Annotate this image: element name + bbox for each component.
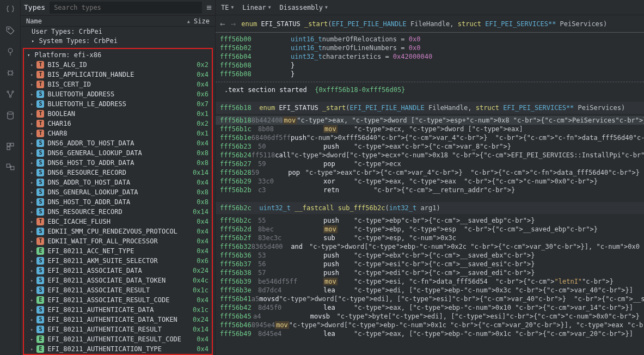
- function-signature: enum EFI_STATUS _start(EFI_PEI_FILE_HAND…: [241, 20, 640, 28]
- kind-badge: S: [36, 267, 44, 274]
- type-row[interactable]: ▸TBIS_ALG_ID0x2: [24, 60, 212, 70]
- type-row[interactable]: ▸TBIS_APPLICATION_HANDLE0x4: [24, 70, 212, 79]
- svg-point-6: [7, 112, 13, 114]
- disassembly-panel: TE▼ Linear▼ Disassembly▼ ← → enum EFI_ST…: [216, 0, 644, 355]
- asm-line[interactable]: fff56b2f83ec3csub"c-type">esp, "c-num">0…: [216, 234, 644, 242]
- type-row[interactable]: ▸SDNS_ADDR_TO_HOST_DATA0x4: [24, 178, 212, 187]
- type-row[interactable]: ▸SDNS6_HOST_TO_ADDR_DATA0x8: [24, 158, 212, 168]
- code-line[interactable]: fff56b04uint32_t characteristics = 0x420…: [216, 52, 644, 61]
- asm-line[interactable]: fff56b2bc3retn "c-br">{"c-cm">__return_a…: [216, 186, 644, 194]
- pin-icon[interactable]: [5, 47, 15, 58]
- asm-line[interactable]: fff56b2d8becmov"c-type">ebp, "c-type">es…: [216, 225, 644, 234]
- tag-icon[interactable]: [5, 26, 15, 37]
- blocks-icon[interactable]: [5, 163, 15, 174]
- db-icon[interactable]: [5, 111, 15, 122]
- asm-line[interactable]: fff56b3756push"c-type">esi "c-br">{"c-cm…: [216, 260, 644, 268]
- view-selector[interactable]: TE▼: [221, 4, 234, 11]
- type-row[interactable]: ▸SDNS6_RESOURCE_RECORD0x14: [24, 168, 212, 178]
- col-size[interactable]: Size: [194, 17, 210, 25]
- type-row[interactable]: ▸SDNS_GENERAL_LOOKUP_DATA0x8: [24, 187, 212, 197]
- type-row[interactable]: ▸TBIS_CERT_ID0x4: [24, 79, 212, 89]
- code-line[interactable]: fff56b00uint16_t numberOfRelocations = 0…: [216, 35, 644, 44]
- platform-group-highlight: ▾Platform: efi-x86 ▸TBIS_ALG_ID0x2▸TBIS_…: [23, 48, 213, 355]
- type-row[interactable]: ▸TBOOLEAN0x1: [24, 109, 212, 119]
- asm-line[interactable]: fff56b2c55push"c-type">ebp "c-br">{"c-cm…: [216, 216, 644, 225]
- kind-badge: E: [36, 247, 44, 255]
- type-row[interactable]: ▸EEFI_80211_ACC_NET_TYPE0x4: [24, 246, 212, 256]
- platform-node[interactable]: ▾Platform: efi-x86: [24, 50, 212, 60]
- types-panel: Types ≡ Name ▴ Size User Types: CrbPei ▸…: [21, 0, 216, 355]
- type-row[interactable]: ▸TCHAR80x1: [24, 128, 212, 138]
- asm-line[interactable]: fff56b188b442408mov"c-type">eax, "c-type…: [216, 116, 644, 125]
- svg-point-4: [12, 91, 14, 93]
- nav-fwd-icon[interactable]: →: [231, 19, 236, 29]
- type-row[interactable]: ▸SDNS6_GENERAL_LOOKUP_DATA0x8: [24, 148, 212, 158]
- type-row[interactable]: ▸SBLUETOOTH_ADDRESS0x6: [24, 89, 212, 99]
- code-line[interactable]: fff56b08}: [216, 61, 644, 70]
- menu-icon[interactable]: ≡: [206, 2, 212, 13]
- type-row[interactable]: ▸SEFI_80211_AUTHENTICATE_DATA0x1c: [24, 305, 212, 315]
- asm-line[interactable]: fff56b41a5movsd"c-type">dword ["c-type">…: [216, 295, 644, 303]
- type-row[interactable]: ▸SEFI_80211_ASSOCIATE_DATA_TOKEN0x4c: [24, 276, 212, 285]
- system-types-node[interactable]: ▸System Types: CrbPei: [21, 36, 215, 46]
- braces-icon[interactable]: [5, 4, 15, 16]
- svg-rect-10: [7, 164, 10, 167]
- asm-line[interactable]: fff56b2933c0xor"c-type">eax, "c-type">ea…: [216, 177, 644, 186]
- type-row[interactable]: ▸EEFI_80211_AUTHENTICATION_TYPE0x4: [24, 344, 212, 354]
- type-row[interactable]: ▸SEFI_80211_ASSOCIATE_RESULT0x1c: [24, 285, 212, 295]
- asm-line[interactable]: fff56b2350push"c-type">eax "c-br">{"c-cm…: [216, 142, 644, 151]
- kind-badge: T: [36, 61, 44, 69]
- kind-badge: S: [36, 316, 44, 323]
- type-row[interactable]: ▸SDNS_HOST_TO_ADDR_DATA0x8: [24, 197, 212, 207]
- kind-badge: E: [36, 335, 44, 343]
- user-types-node[interactable]: User Types: CrbPei: [21, 27, 215, 36]
- type-row[interactable]: ▸EEFI_80211_ASSOCIATE_RESULT_CODE0x4: [24, 295, 212, 305]
- asm-line[interactable]: fff56b24ff5118call"c-type">dword ["c-typ…: [216, 151, 644, 160]
- graph-icon[interactable]: [5, 89, 15, 101]
- svg-rect-11: [10, 167, 14, 170]
- kind-badge: S: [36, 100, 44, 108]
- search-input[interactable]: [50, 2, 202, 14]
- bug-icon[interactable]: [5, 68, 15, 79]
- type-row[interactable]: ▸SEFI_80211_ASSOCIATE_DATA0x24: [24, 266, 212, 276]
- asm-line[interactable]: fff56b3653push"c-type">ebx "c-br">{"c-cm…: [216, 251, 644, 260]
- nav-back-icon[interactable]: ←: [220, 19, 225, 29]
- kind-badge: S: [36, 90, 44, 98]
- asm-line[interactable]: fff56b3e8d7dc4lea"c-type">edi, ["c-type"…: [216, 286, 644, 295]
- type-row[interactable]: ▸SEFI_80211_AKM_SUITE_SELECTOR0x6: [24, 256, 212, 266]
- code-line[interactable]: fff56b08}: [216, 70, 644, 78]
- asm-line[interactable]: fff56b45a4movsb"c-type">byte ["c-type">e…: [216, 312, 644, 321]
- asm-line[interactable]: fff56b2859pop"c-type">eax "c-br">{"c-cm"…: [216, 168, 644, 177]
- type-row[interactable]: ▸TCHAR160x2: [24, 119, 212, 128]
- asm-line[interactable]: fff56b428d45f0lea"c-type">eax, ["c-type"…: [216, 303, 644, 312]
- kind-badge: S: [36, 257, 44, 265]
- asm-line[interactable]: fff56b2759pop"c-type">ecx: [216, 160, 644, 168]
- col-name[interactable]: Name: [26, 17, 187, 25]
- asm-line[interactable]: fff56b1c8b08mov"c-type">ecx, "c-type">dw…: [216, 125, 644, 133]
- asm-line[interactable]: fff56b39be546df5ffmov"c-type">esi, "c-fn…: [216, 277, 644, 286]
- kind-badge: E: [36, 345, 44, 353]
- asm-line[interactable]: fff56b498d45e4lea"c-type">eax, ["c-type"…: [216, 329, 644, 338]
- kind-badge: T: [36, 237, 44, 245]
- type-row[interactable]: ▸TEDKII_WAIT_FOR_ALL_PROCESSOR0x4: [24, 236, 212, 246]
- type-row[interactable]: ▸SDNS6_ADDR_TO_HOST_DATA0x4: [24, 138, 212, 148]
- kind-badge: S: [36, 139, 44, 147]
- asm-line[interactable]: fff56b1e68406df5ffpush"c-num">0xfff56d40…: [216, 133, 644, 142]
- mode-selector[interactable]: Linear▼: [242, 4, 271, 11]
- column-header[interactable]: Name ▴ Size: [21, 16, 215, 27]
- type-row[interactable]: ▸SEFI_80211_AUTHENTICATE_DATA_TOKEN0x24: [24, 315, 212, 325]
- asm-line[interactable]: fff56b328365d400and"c-type">dword ["c-ty…: [216, 242, 644, 251]
- type-row[interactable]: ▸SEFI_80211_AUTHENTICATE_RESULT0x14: [24, 325, 212, 334]
- stack-icon[interactable]: [5, 142, 15, 153]
- code-line[interactable]: fff56b02uint16_t numberOfLineNumbers = 0…: [216, 44, 644, 52]
- type-row[interactable]: ▸SEDKII_SMM_CPU_RENDEZVOUS_PROTOCOL0x4: [24, 227, 212, 236]
- type-row[interactable]: ▸SDNS_RESOURCE_RECORD0x14: [24, 207, 212, 217]
- asm-line[interactable]: fff56b3857push"c-type">edi "c-br">{"c-cm…: [216, 268, 644, 277]
- type-row[interactable]: ▸EEFI_80211_AUTHENTICATE_RESULT_CODE0x4: [24, 334, 212, 344]
- type-row[interactable]: ▸TEBC_ICACHE_FLUSH0x4: [24, 217, 212, 227]
- svg-rect-8: [10, 143, 13, 146]
- asm-line[interactable]: fff56b468945e4mov"c-type">dword ["c-type…: [216, 321, 644, 329]
- repr-selector[interactable]: Disassembly▼: [279, 4, 327, 11]
- type-row[interactable]: ▸SBLUETOOTH_LE_ADDRESS0x7: [24, 99, 212, 109]
- code-view[interactable]: fff56b00uint16_t numberOfRelocations = 0…: [216, 33, 644, 338]
